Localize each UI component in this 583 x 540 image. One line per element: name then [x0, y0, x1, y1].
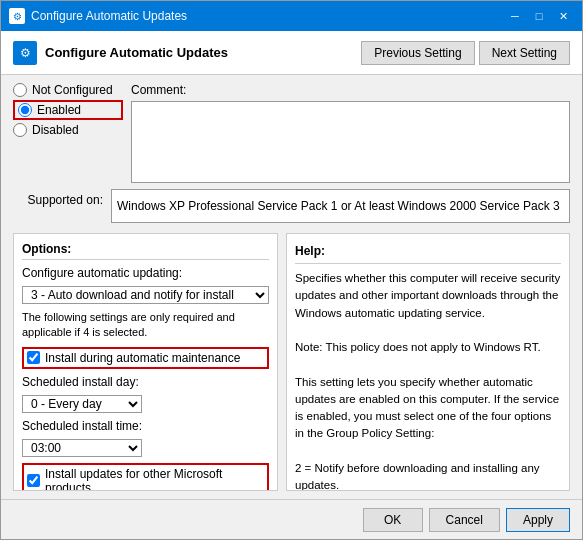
disabled-radio[interactable] — [13, 123, 27, 137]
install-other-products-option[interactable]: Install updates for other Microsoft prod… — [22, 463, 269, 491]
configure-dropdown[interactable]: 3 - Auto download and notify for install — [22, 286, 269, 304]
maximize-button[interactable]: □ — [528, 6, 550, 26]
disabled-label: Disabled — [32, 123, 79, 137]
main-window: ⚙ Configure Automatic Updates ─ □ ✕ ⚙ Co… — [0, 0, 583, 540]
comment-textarea[interactable] — [131, 101, 570, 183]
cancel-button[interactable]: Cancel — [429, 508, 500, 532]
title-bar-controls: ─ □ ✕ — [504, 6, 574, 26]
install-other-products-checkbox[interactable] — [27, 474, 40, 487]
scheduled-time-label: Scheduled install time: — [22, 419, 269, 433]
window-title: Configure Automatic Updates — [31, 9, 187, 23]
close-button[interactable]: ✕ — [552, 6, 574, 26]
dialog-header: ⚙ Configure Automatic Updates Previous S… — [1, 31, 582, 75]
window-icon: ⚙ — [9, 8, 25, 24]
dialog-title: Configure Automatic Updates — [45, 45, 228, 60]
help-title: Help: — [295, 242, 561, 264]
dialog-icon: ⚙ — [13, 41, 37, 65]
top-section: Not Configured Enabled Disabled Comment: — [13, 83, 570, 183]
disabled-option[interactable]: Disabled — [13, 123, 123, 137]
radio-group: Not Configured Enabled Disabled — [13, 83, 123, 183]
title-bar: ⚙ Configure Automatic Updates ─ □ ✕ — [1, 1, 582, 31]
next-setting-button[interactable]: Next Setting — [479, 41, 570, 65]
enabled-radio[interactable] — [18, 103, 32, 117]
enabled-option[interactable]: Enabled — [13, 100, 123, 120]
scheduled-day-label: Scheduled install day: — [22, 375, 269, 389]
content-area: Not Configured Enabled Disabled Comment:… — [1, 75, 582, 499]
configure-label: Configure automatic updating: — [22, 266, 269, 280]
previous-setting-button[interactable]: Previous Setting — [361, 41, 474, 65]
install-maintenance-option[interactable]: Install during automatic maintenance — [22, 347, 269, 369]
scheduled-day-dropdown[interactable]: 0 - Every day — [22, 395, 142, 413]
help-text: Specifies whether this computer will rec… — [295, 270, 561, 491]
install-maintenance-label: Install during automatic maintenance — [45, 351, 240, 365]
nav-buttons: Previous Setting Next Setting — [361, 41, 570, 65]
supported-label: Supported on: — [13, 189, 103, 207]
enabled-label: Enabled — [37, 103, 81, 117]
scheduled-time-dropdown[interactable]: 03:00 — [22, 439, 142, 457]
supported-row: Supported on: Windows XP Professional Se… — [13, 189, 570, 227]
install-other-products-label: Install updates for other Microsoft prod… — [45, 467, 264, 491]
dialog-header-left: ⚙ Configure Automatic Updates — [13, 41, 228, 65]
install-maintenance-checkbox[interactable] — [27, 351, 40, 364]
options-panel: Options: Configure automatic updating: 3… — [13, 233, 278, 491]
options-title: Options: — [22, 242, 269, 260]
apply-button[interactable]: Apply — [506, 508, 570, 532]
comment-label: Comment: — [131, 83, 570, 97]
bottom-bar: OK Cancel Apply — [1, 499, 582, 539]
ok-button[interactable]: OK — [363, 508, 423, 532]
sections-row: Options: Configure automatic updating: 3… — [13, 233, 570, 491]
not-configured-radio[interactable] — [13, 83, 27, 97]
supported-value: Windows XP Professional Service Pack 1 o… — [111, 189, 570, 223]
option-note: The following settings are only required… — [22, 310, 269, 341]
comment-section: Comment: — [131, 83, 570, 183]
not-configured-label: Not Configured — [32, 83, 113, 97]
not-configured-option[interactable]: Not Configured — [13, 83, 123, 97]
help-panel: Help: Specifies whether this computer wi… — [286, 233, 570, 491]
title-bar-left: ⚙ Configure Automatic Updates — [9, 8, 187, 24]
minimize-button[interactable]: ─ — [504, 6, 526, 26]
